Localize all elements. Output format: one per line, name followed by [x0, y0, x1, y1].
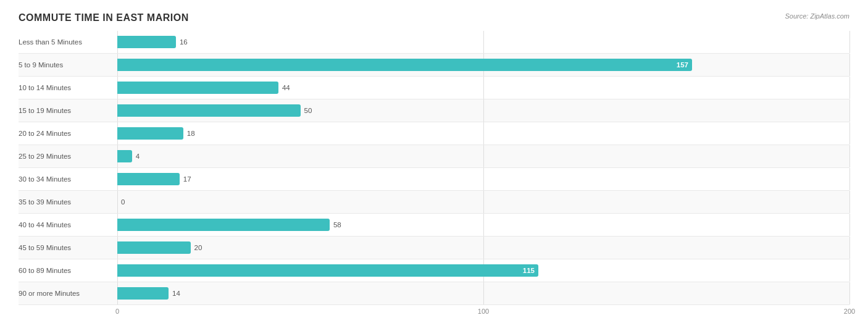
bar: 16	[117, 36, 176, 48]
bar-row: 45 to 59 Minutes20	[19, 237, 849, 259]
bar-value: 20	[194, 241, 202, 254]
bar: 14	[117, 287, 169, 300]
bar-value: 44	[282, 82, 290, 94]
bar-value: 58	[333, 219, 341, 231]
bar-label: 25 to 29 Minutes	[19, 153, 117, 160]
grid-line	[849, 259, 850, 282]
grid-line	[849, 168, 850, 190]
bar-value: 115	[523, 264, 535, 277]
grid-line	[483, 214, 484, 236]
bar-area: 44	[117, 77, 849, 99]
bar-area: 16	[117, 31, 849, 53]
bar-row: 10 to 14 Minutes44	[19, 77, 849, 99]
bar-row: 40 to 44 Minutes58	[19, 214, 849, 237]
bar-row: 35 to 39 Minutes0	[19, 191, 849, 214]
bar-label: 40 to 44 Minutes	[19, 221, 117, 229]
bar-value: 16	[180, 36, 188, 48]
bar-label: 60 to 89 Minutes	[19, 267, 117, 274]
bar-value: 157	[677, 59, 688, 71]
bar: 4	[117, 150, 132, 162]
grid-line	[849, 145, 850, 167]
x-axis-inner: 0100200	[117, 308, 849, 320]
grid-line	[849, 191, 850, 213]
bar-label: 35 to 39 Minutes	[19, 198, 117, 206]
bar-row: Less than 5 Minutes16	[19, 31, 849, 54]
grid-line	[483, 237, 484, 259]
x-axis-tick: 200	[844, 308, 855, 315]
grid-line	[483, 77, 484, 99]
bar-value: 18	[187, 127, 195, 140]
bar-label: 90 or more Minutes	[19, 290, 117, 297]
bar-area: 17	[117, 168, 849, 190]
chart-title: COMMUTE TIME IN EAST MARION	[19, 12, 189, 23]
bar-label: 30 to 34 Minutes	[19, 175, 117, 183]
grid-line	[849, 99, 850, 122]
grid-line	[849, 77, 850, 99]
grid-line	[849, 31, 850, 53]
x-axis: 0100200	[19, 308, 849, 320]
bar-row: 90 or more Minutes14	[19, 282, 849, 305]
bar-area: 4	[117, 145, 849, 167]
grid-line	[849, 237, 850, 259]
bar-row: 15 to 19 Minutes50	[19, 99, 849, 122]
chart-source: Source: ZipAtlas.com	[785, 12, 849, 20]
grid-line	[483, 282, 484, 304]
grid-line	[483, 99, 484, 122]
grid-line	[483, 31, 484, 53]
grid-line	[483, 191, 484, 213]
bar-area: 0	[117, 191, 849, 213]
grid-line	[483, 145, 484, 167]
bar: 115	[117, 264, 538, 277]
bar: 58	[117, 219, 330, 231]
bar-value: 17	[183, 173, 191, 185]
bar-value: 0	[121, 196, 125, 208]
bar-label: Less than 5 Minutes	[19, 38, 117, 46]
bar-area: 157	[117, 54, 849, 76]
grid-line	[483, 168, 484, 190]
bar-area: 50	[117, 99, 849, 122]
bar: 17	[117, 173, 180, 185]
bar-area: 115	[117, 259, 849, 282]
chart-container: COMMUTE TIME IN EAST MARION Source: ZipA…	[0, 0, 868, 323]
grid-line	[849, 214, 850, 236]
chart-header: COMMUTE TIME IN EAST MARION Source: ZipA…	[19, 12, 849, 23]
grid-line	[849, 54, 850, 76]
bar-label: 45 to 59 Minutes	[19, 244, 117, 251]
bar-row: 20 to 24 Minutes18	[19, 122, 849, 145]
bar-row: 25 to 29 Minutes4	[19, 145, 849, 168]
grid-line	[117, 191, 118, 213]
bar-value: 50	[304, 104, 312, 117]
bar-label: 15 to 19 Minutes	[19, 107, 117, 114]
bar-area: 58	[117, 214, 849, 236]
chart-body: Less than 5 Minutes165 to 9 Minutes15710…	[19, 31, 849, 305]
bar: 44	[117, 82, 278, 94]
grid-line	[483, 122, 484, 145]
grid-line	[849, 122, 850, 145]
bar-area: 18	[117, 122, 849, 145]
bar-area: 20	[117, 237, 849, 259]
bar-row: 5 to 9 Minutes157	[19, 54, 849, 77]
bar: 18	[117, 127, 183, 140]
bar: 20	[117, 241, 191, 254]
bar: 50	[117, 104, 301, 117]
bar-area: 14	[117, 282, 849, 304]
bar-value: 4	[136, 150, 140, 162]
bar-value: 14	[172, 287, 180, 300]
bar-row: 30 to 34 Minutes17	[19, 168, 849, 191]
bar-row: 60 to 89 Minutes115	[19, 259, 849, 282]
bar-label: 20 to 24 Minutes	[19, 130, 117, 137]
bar: 157	[117, 59, 692, 71]
bar-label: 10 to 14 Minutes	[19, 84, 117, 91]
x-axis-tick: 0	[115, 308, 119, 315]
bar-label: 5 to 9 Minutes	[19, 61, 117, 69]
grid-line	[849, 282, 850, 304]
x-axis-tick: 100	[478, 308, 489, 315]
